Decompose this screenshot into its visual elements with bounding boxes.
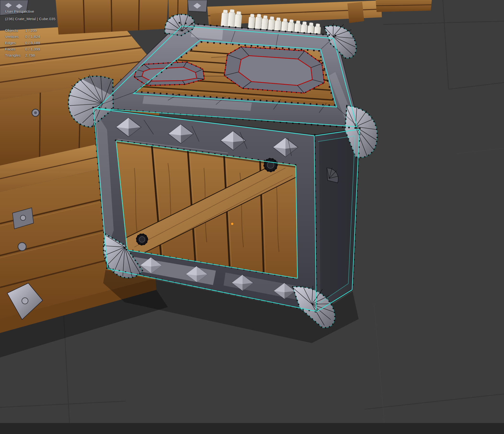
scene-canvas: [0, 0, 504, 434]
bg-bolt-center: [34, 111, 37, 114]
bg-floor-bracket-bolt: [22, 298, 28, 304]
bolt: [136, 234, 148, 245]
floor-edge-band: [0, 423, 504, 434]
3d-viewport[interactable]: User Perspective (236) Crate_Metal | Cub…: [0, 0, 504, 434]
origin-dot: [231, 223, 234, 225]
bg-hex-bolt: [18, 243, 26, 251]
bg-wood-strip-right: [376, 0, 432, 12]
uv-seam-plate-left: [134, 62, 204, 85]
bg-bench-leg-right: [347, 2, 364, 23]
bg-metal-box-corner: [0, 0, 28, 15]
bolt: [264, 159, 277, 172]
bg-hinge-bolt: [20, 215, 26, 220]
